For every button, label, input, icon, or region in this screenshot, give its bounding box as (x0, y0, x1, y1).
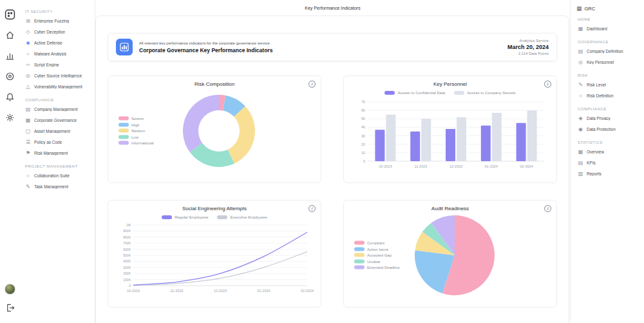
sidebar-item-asset-management[interactable]: ▢Asset Management (23, 126, 91, 137)
svg-text:10: 10 (361, 151, 365, 155)
sidebar-item-vulnerability-management[interactable]: △Vulnerability Management (23, 81, 91, 92)
sidebar-item-enterprise-fuzzing[interactable]: ⊞Enterprise Fuzzing (23, 15, 91, 26)
dashboard-icon: ▦ (578, 26, 583, 32)
section-label-project-management: PROJECT MANAGEMENT (25, 164, 89, 168)
right-nav-item-risk-definition[interactable]: ○Risk Definition (575, 90, 639, 101)
audit-readiness-chart (395, 211, 505, 300)
svg-text:12-2023: 12-2023 (214, 289, 227, 293)
legend-item-access-to-confidential-data: Access to Confidential Data (384, 91, 445, 95)
key-personnel-body: Access to Confidential DataAccess to Com… (350, 88, 550, 175)
sidebar-item-label: Collaboration Suite (34, 173, 70, 178)
right-nav-item-data-privacy[interactable]: ◈Data Privacy (575, 113, 639, 124)
svg-text:02-2024: 02-2024 (520, 164, 533, 168)
svg-text:50: 50 (361, 117, 365, 121)
right-nav-item-reports[interactable]: ▥Reports (575, 168, 639, 179)
reports-icon[interactable] (4, 50, 15, 61)
sidebar-item-corporate-governance[interactable]: ▦Corporate Governance (23, 115, 91, 126)
settings-icon[interactable] (4, 112, 15, 123)
right-section-label-risk: RISK (578, 73, 637, 77)
grc-icon: ▦ (576, 5, 582, 12)
severe-swatch (118, 117, 129, 121)
svg-text:20: 20 (361, 142, 365, 146)
audit-readiness-card: Audit ReadinessiCompliantAction ItemsAcc… (343, 200, 557, 308)
access-to-company-secrets-swatch (454, 91, 464, 95)
sidebar-item-cyber-deception[interactable]: ◇Cyber Deception (23, 26, 91, 37)
right-nav-item-kpis[interactable]: ▤KPIs (575, 157, 639, 168)
section-label-compliance: COMPLIANCE (25, 98, 89, 102)
analytics-icon (116, 39, 133, 55)
legend-label: Action Items (367, 247, 388, 251)
svg-text:10-2023: 10-2023 (379, 164, 392, 168)
legend-label: Low (131, 135, 138, 139)
malware-analysis-icon: ○ (25, 51, 31, 57)
sidebar-item-malware-analysis[interactable]: ○Malware Analysis (23, 48, 91, 59)
legend-label: High (131, 122, 139, 126)
asset-management-icon: ▢ (25, 128, 31, 134)
meta-data-points: 2,114 Data Points (507, 52, 549, 55)
key-personnel-chart: 01020304050607010-202311-202312-202301-2… (351, 97, 549, 170)
right-nav-item-risk-level[interactable]: ✎Risk Level (575, 79, 639, 90)
sidebar-item-company-management[interactable]: ▤Company Management (23, 104, 91, 115)
home-icon[interactable] (4, 29, 15, 41)
sign-out-icon[interactable] (4, 302, 15, 313)
right-nav-item-data-protection[interactable]: ◉Data Protection (575, 124, 639, 135)
svg-text:500K: 500K (123, 253, 131, 257)
legend-label: Severe (131, 117, 144, 121)
right-section-label-governance: GOVERNANCE (578, 40, 637, 44)
sidebar-item-active-defense[interactable]: ◈Active Defense (23, 37, 91, 48)
svg-text:800K: 800K (123, 235, 131, 239)
info-icon[interactable]: i (544, 81, 551, 88)
company-definition-icon: ▤ (578, 48, 583, 54)
meta-service: Analytics Service (507, 39, 549, 43)
sidebar-item-label: Asset Management (34, 129, 70, 133)
header-subtitle: All relevant key performance indicators … (139, 41, 507, 45)
user-avatar[interactable] (5, 284, 15, 295)
risk-level-icon: ✎ (578, 82, 583, 88)
legend-label: Executive Employees (230, 215, 267, 219)
executive-employees-swatch (217, 215, 227, 219)
sidebar-item-policy-as-code[interactable]: ☰Policy as Code (23, 137, 91, 148)
sidebar-item-label: Cyber Source Intelligence (34, 73, 82, 78)
svg-text:60: 60 (361, 108, 365, 112)
right-nav-item-dashboard[interactable]: ▦Dashboard (575, 23, 639, 34)
modules-icon[interactable] (4, 70, 15, 82)
legend-label: Informational (131, 141, 154, 145)
sidebar-item-label: Cyber Deception (34, 30, 65, 34)
right-nav-item-overview[interactable]: ▦Overview (575, 146, 639, 157)
key-personnel-title: Key Personnel (350, 81, 550, 87)
audit-readiness-body: CompliantAction ItemsAccepted GapUnclear… (350, 211, 550, 299)
notifications-icon[interactable] (4, 91, 15, 103)
svg-text:1M: 1M (126, 223, 131, 227)
sidebar-item-risk-management[interactable]: ⚑Risk Management (23, 148, 91, 159)
legend-item-high: High (118, 122, 154, 126)
audit-readiness-legend: CompliantAction ItemsAccepted GapUnclear… (354, 239, 400, 271)
header-title: Corporate Governance Key Performance Ind… (139, 47, 507, 54)
vulnerability-management-icon: △ (25, 84, 31, 90)
right-nav-item-key-personnel[interactable]: ◎Key Personnel (575, 57, 639, 68)
right-nav-item-company-definition[interactable]: ▤Company Definition (575, 46, 639, 57)
sidebar-item-cyber-source-intelligence[interactable]: ◎Cyber Source Intelligence (23, 70, 91, 81)
legend-item-unclear: Unclear (354, 259, 400, 263)
svg-text:700K: 700K (123, 241, 131, 245)
sidebar-item-collaboration-suite[interactable]: ○Collaboration Suite (23, 170, 91, 181)
overview-icon: ▦ (578, 149, 583, 155)
sidebar-item-script-engine[interactable]: ‹›Script Engine (23, 59, 91, 70)
grc-app-switcher[interactable]: ▦ GRC (576, 5, 638, 12)
legend-item-compliant: Compliant (354, 241, 400, 245)
cyber-deception-icon: ◇ (25, 29, 31, 35)
info-icon[interactable]: i (308, 205, 316, 212)
risk-composition-chart (160, 86, 269, 175)
charts-grid: Risk CompositioniSevereHighMediumLowInfo… (108, 75, 557, 308)
compliant-swatch (354, 241, 365, 245)
right-nav-item-label: Company Definition (587, 49, 623, 54)
right-nav-item-label: Risk Level (587, 83, 606, 87)
page-title: Key Performance Indicators (95, 0, 570, 10)
script-engine-icon: ‹› (25, 62, 31, 68)
key-personnel-card: Key PersonneliAccess to Confidential Dat… (343, 75, 557, 183)
sidebar-item-task-management[interactable]: ✎Task Management (23, 181, 91, 192)
content-panel: All relevant key performance indicators … (95, 15, 569, 323)
app-logo-icon[interactable] (4, 8, 15, 20)
svg-text:70: 70 (361, 100, 365, 104)
right-nav-item-label: Dashboard (587, 26, 607, 31)
right-nav-item-label: Overview (587, 150, 604, 154)
